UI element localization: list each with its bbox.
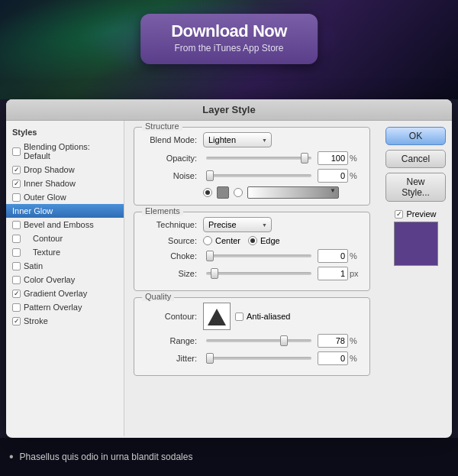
opacity-input[interactable] — [318, 151, 348, 165]
new-style-button[interactable]: New Style... — [385, 173, 446, 202]
checkbox-stroke[interactable] — [12, 317, 21, 325]
main-panel: Structure Blend Mode: Lighten Opacity: % — [124, 121, 379, 436]
opacity-unit: % — [350, 154, 362, 163]
label-gradient-overlay: Gradient Overlay — [24, 289, 87, 298]
edge-label: Edge — [260, 236, 280, 245]
sidebar-item-texture[interactable]: Texture — [6, 245, 124, 259]
checkbox-satin[interactable] — [12, 262, 21, 270]
styles-list: Blending Options: DefaultDrop ShadowInne… — [6, 140, 124, 328]
checkbox-contour[interactable] — [12, 235, 21, 243]
label-outer-glow: Outer Glow — [24, 193, 66, 202]
noise-label: Noise: — [142, 171, 203, 180]
dialog-titlebar: Layer Style — [6, 99, 452, 121]
sidebar-item-bevel-emboss[interactable]: Bevel and Emboss — [6, 218, 124, 232]
range-slider[interactable] — [206, 339, 311, 342]
sidebar-item-inner-shadow[interactable]: Inner Shadow — [6, 176, 124, 190]
blend-mode-dropdown[interactable]: Lighten — [203, 132, 272, 147]
label-contour: Contour — [33, 234, 63, 243]
sidebar-item-stroke[interactable]: Stroke — [6, 314, 124, 328]
blend-mode-row: Blend Mode: Lighten — [142, 132, 362, 147]
checkbox-inner-shadow[interactable] — [12, 180, 21, 188]
sidebar-item-inner-glow[interactable]: Inner Glow — [6, 204, 124, 218]
choke-input[interactable] — [318, 249, 348, 263]
label-satin: Satin — [24, 261, 43, 270]
range-unit: % — [350, 336, 362, 345]
elements-section: Elements Technique: Precise Source: Cent… — [134, 212, 370, 291]
checkbox-color-overlay[interactable] — [12, 276, 21, 284]
noise-input[interactable] — [318, 169, 348, 183]
styles-panel: Styles Blending Options: DefaultDrop Sha… — [6, 121, 124, 436]
checkbox-drop-shadow[interactable] — [12, 166, 21, 174]
choke-unit: % — [350, 251, 362, 261]
size-unit: px — [350, 269, 362, 278]
opacity-slider[interactable] — [206, 157, 311, 160]
label-bevel-emboss: Bevel and Emboss — [24, 220, 94, 229]
contour-thumbnail[interactable] — [203, 303, 231, 330]
anti-aliased-checkbox-group: Anti-aliased — [235, 312, 290, 321]
layer-style-dialog: Layer Style Styles Blending Options: Def… — [6, 99, 452, 438]
technique-row: Technique: Precise — [142, 217, 362, 232]
structure-label: Structure — [142, 121, 182, 131]
download-title: Download Now — [171, 21, 287, 41]
download-banner[interactable]: Download Now From the iTunes App Store — [140, 14, 318, 64]
contour-label: Contour: — [142, 312, 203, 321]
preview-area: Preview — [385, 209, 446, 266]
color-swatch-row — [203, 186, 362, 199]
checkbox-blending[interactable] — [12, 147, 21, 156]
styles-panel-header: Styles — [6, 125, 124, 140]
label-texture: Texture — [33, 248, 60, 257]
bottom-bar: • Phasellus quis odio in urna blandit so… — [0, 438, 458, 476]
center-radio[interactable] — [203, 236, 212, 245]
sidebar-item-pattern-overlay[interactable]: Pattern Overlay — [6, 300, 124, 314]
label-inner-glow: Inner Glow — [12, 206, 53, 215]
opacity-row: Opacity: % — [142, 151, 362, 165]
label-drop-shadow: Drop Shadow — [24, 165, 75, 174]
cancel-button[interactable]: Cancel — [385, 150, 446, 168]
sidebar-item-contour[interactable]: Contour — [6, 232, 124, 245]
opacity-label: Opacity: — [142, 154, 203, 163]
size-input[interactable] — [318, 267, 348, 280]
preview-checkbox[interactable] — [395, 210, 403, 219]
choke-slider[interactable] — [206, 254, 311, 257]
noise-slider[interactable] — [206, 174, 311, 177]
anti-aliased-checkbox[interactable] — [235, 312, 244, 321]
checkbox-gradient-overlay[interactable] — [12, 290, 21, 298]
edge-radio[interactable] — [248, 236, 257, 245]
gradient-radio[interactable] — [234, 188, 243, 197]
ok-button[interactable]: OK — [385, 127, 446, 145]
range-label: Range: — [142, 336, 203, 345]
color-swatch[interactable] — [217, 186, 229, 199]
noise-unit: % — [350, 171, 362, 180]
checkbox-texture[interactable] — [12, 248, 21, 257]
sidebar-item-blending[interactable]: Blending Options: Default — [6, 140, 124, 163]
jitter-input[interactable] — [318, 351, 348, 365]
technique-label: Technique: — [142, 220, 203, 229]
size-row: Size: px — [142, 267, 362, 280]
size-slider[interactable] — [206, 272, 311, 275]
size-label: Size: — [142, 269, 203, 278]
quality-label: Quality — [142, 292, 174, 301]
gradient-swatch[interactable] — [247, 186, 339, 199]
sidebar-item-outer-glow[interactable]: Outer Glow — [6, 190, 124, 204]
anti-aliased-label: Anti-aliased — [247, 312, 290, 321]
label-pattern-overlay: Pattern Overlay — [24, 303, 82, 312]
technique-dropdown[interactable]: Precise — [203, 217, 272, 232]
sidebar-item-drop-shadow[interactable]: Drop Shadow — [6, 163, 124, 176]
color-radio[interactable] — [203, 188, 212, 197]
svg-marker-0 — [208, 309, 226, 325]
jitter-slider[interactable] — [206, 357, 311, 360]
range-input[interactable] — [318, 334, 348, 348]
sidebar-item-satin[interactable]: Satin — [6, 259, 124, 273]
checkbox-outer-glow[interactable] — [12, 193, 21, 202]
download-subtitle: From the iTunes App Store — [171, 43, 287, 53]
noise-row: Noise: % — [142, 169, 362, 183]
preview-label: Preview — [406, 209, 436, 219]
checkbox-pattern-overlay[interactable] — [12, 303, 21, 312]
sidebar-item-color-overlay[interactable]: Color Overlay — [6, 273, 124, 287]
preview-label-group: Preview — [395, 209, 436, 219]
sidebar-item-gradient-overlay[interactable]: Gradient Overlay — [6, 287, 124, 300]
elements-label: Elements — [142, 206, 183, 215]
jitter-unit: % — [350, 354, 362, 363]
checkbox-bevel-emboss[interactable] — [12, 221, 21, 229]
label-color-overlay: Color Overlay — [24, 275, 75, 284]
